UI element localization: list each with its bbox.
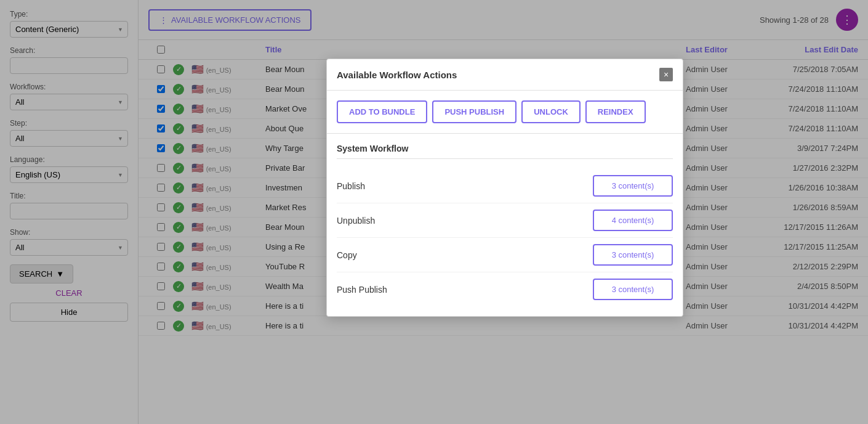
workflow-name: Publish xyxy=(337,181,365,191)
content-count-button[interactable]: 4 content(s) xyxy=(593,210,673,231)
modal-actions-row: ADD TO BUNDLEPUSH PUBLISHUNLOCKREINDEX xyxy=(327,91,683,134)
workflow-row: Publish 3 content(s) xyxy=(337,169,673,203)
workflow-row: Unpublish 4 content(s) xyxy=(337,203,673,238)
system-workflow-label: System Workflow xyxy=(337,144,673,159)
modal-close-button[interactable]: × xyxy=(659,68,673,81)
add-to-bundle-button[interactable]: ADD TO BUNDLE xyxy=(337,100,427,123)
workflow-name: Push Publish xyxy=(337,285,387,295)
workflow-row: Push Publish 3 content(s) xyxy=(337,272,673,306)
push-publish-button[interactable]: PUSH PUBLISH xyxy=(432,100,516,123)
workflow-rows: Publish 3 content(s) Unpublish 4 content… xyxy=(337,169,673,306)
content-count-button[interactable]: 3 content(s) xyxy=(593,175,673,197)
content-count-button[interactable]: 3 content(s) xyxy=(593,279,673,300)
content-count-button[interactable]: 3 content(s) xyxy=(593,244,673,266)
unlock-button[interactable]: UNLOCK xyxy=(521,100,581,123)
reindex-button[interactable]: REINDEX xyxy=(585,100,646,123)
workflow-name: Unpublish xyxy=(337,216,375,226)
modal-body: System Workflow Publish 3 content(s) Unp… xyxy=(327,134,683,316)
workflow-modal: Available Workflow Actions × ADD TO BUND… xyxy=(326,59,683,317)
workflow-name: Copy xyxy=(337,250,357,260)
modal-overlay: Available Workflow Actions × ADD TO BUND… xyxy=(0,0,868,424)
workflow-row: Copy 3 content(s) xyxy=(337,238,673,272)
modal-title: Available Workflow Actions xyxy=(337,70,457,80)
modal-header: Available Workflow Actions × xyxy=(327,59,683,91)
